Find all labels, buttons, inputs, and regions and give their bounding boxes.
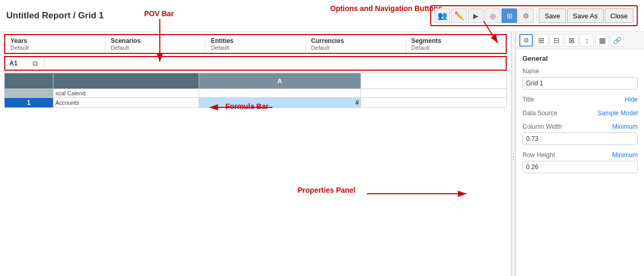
row-height-input[interactable] [522,161,638,173]
name-field: Name [522,68,638,90]
name-label-text: Name [522,68,539,75]
grid-cell[interactable] [361,98,506,108]
pov-segments-label: Segments [411,37,500,45]
grid-cell[interactable]: A [199,73,361,89]
pov-segments[interactable]: Segments Default [406,35,506,53]
panel-link-button[interactable]: 🔗 [610,34,624,47]
copy-icon[interactable]: ⧉ [30,59,40,68]
gear-button[interactable]: ⚙ [518,8,534,23]
row-height-field: Row Height Minimum [522,151,638,173]
pov-entities[interactable]: Entities Default [205,35,305,53]
toolbar-separator [536,10,537,21]
save-button[interactable]: Save [539,8,566,23]
pov-entities-value: Default [211,45,300,51]
formula-bar-annotation: Formula Bar [225,102,268,111]
pov-scenarios[interactable]: Scenarios Default [105,35,205,53]
data-source-link[interactable]: Sample Model [597,109,638,117]
expand-button[interactable]: ⊞ [501,8,517,23]
panel-grid2-button[interactable]: ⊟ [550,34,563,47]
grid-cell[interactable] [361,73,506,89]
pov-years[interactable]: Years Default [5,35,105,53]
main-content: Years Default Scenarios Default Entities… [0,32,644,276]
title-label-text: Title [522,96,534,103]
pov-bar-annotation: POV Bar [144,9,174,18]
pov-entities-label: Entities [211,37,300,45]
panel-grid4-button[interactable]: ▦ [595,34,609,47]
save-as-button[interactable]: Save As [567,8,604,23]
formula-input[interactable] [49,60,501,67]
row-height-label: Row Height Minimum [522,151,638,159]
pov-scenarios-value: Default [111,45,200,51]
panel-toolbar: ⚙ ⊞ ⊟ ⊠ ↕ ▦ 🔗 [516,32,644,49]
pov-currencies[interactable]: Currencies Default [306,35,406,53]
panel-grid1-button[interactable]: ⊞ [534,34,548,47]
data-source-label: Data Source Sample Model [522,109,638,117]
accounts-cell[interactable]: Accounts [53,98,199,108]
hash-cell[interactable]: # [199,98,361,108]
toolbar-wrapper: 👥 ✏️ ▶ ◎ ⊞ ⚙ Save Save As Close [430,5,638,26]
edit-button[interactable]: ✏️ [451,8,467,23]
header: Untitled Report / Grid 1 👥 ✏️ ▶ ◎ ⊞ ⚙ Sa… [0,0,644,32]
panel-section-title: General [522,54,638,62]
pov-years-label: Years [10,37,100,45]
close-button[interactable]: Close [605,8,634,23]
pov-segments-value: Default [411,45,500,51]
data-source-label-text: Data Source [522,109,558,117]
grid-cell[interactable] [53,73,199,89]
table-row: A [5,73,507,89]
grid-cell[interactable] [361,89,506,98]
options-nav-annotation: Options and Navigation Buttons [330,4,442,13]
column-width-input[interactable] [522,133,638,145]
column-width-label-text: Column Width [522,123,562,130]
grid-cell[interactable]: scal Calend [53,89,199,98]
column-width-field: Column Width Minimum [522,123,638,145]
grid-area: Years Default Scenarios Default Entities… [0,32,511,276]
grid-cell[interactable] [5,73,53,89]
name-input[interactable] [522,77,638,90]
pov-bar: Years Default Scenarios Default Entities… [4,34,507,54]
page-title: Untitled Report / Grid 1 [6,10,104,21]
panel-content: General Name Title Hide Data Source S [516,49,644,276]
cell-reference: A1 [9,60,28,67]
pov-years-value: Default [10,45,100,51]
title-hide-link[interactable]: Hide [625,96,638,103]
name-label: Name [522,68,638,75]
panel-gear-button[interactable]: ⚙ [519,34,533,47]
title-label: Title Hide [522,96,638,103]
pov-currencies-label: Currencies [311,37,400,45]
table-row: scal Calend [5,89,507,98]
grid-cell[interactable] [199,89,361,98]
column-width-minimum-link[interactable]: Minimum [612,123,638,130]
row-height-minimum-link[interactable]: Minimum [612,151,638,159]
pov-currencies-value: Default [311,45,400,51]
row-number-cell: 1 [5,98,53,108]
column-width-label: Column Width Minimum [522,123,638,130]
properties-panel: ⚙ ⊞ ⊟ ⊠ ↕ ▦ 🔗 General Name Title Hide [516,32,644,276]
panel-grid3-button[interactable]: ⊠ [565,34,578,47]
panel-resize-handle[interactable]: ⋮ [511,32,516,276]
formula-bar: A1 ⧉ [4,56,507,71]
title-field: Title Hide [522,96,638,103]
play-button[interactable]: ▶ [468,8,484,23]
panel-sort-button[interactable]: ↕ [580,34,594,47]
row-height-label-text: Row Height [522,151,555,159]
data-source-field: Data Source Sample Model [522,109,638,117]
formula-divider [44,58,45,69]
pov-scenarios-label: Scenarios [111,37,200,45]
toolbar: 👥 ✏️ ▶ ◎ ⊞ ⚙ Save Save As Close [430,5,638,26]
grid-cell[interactable] [5,89,53,98]
target-button[interactable]: ◎ [485,8,500,23]
properties-panel-annotation: Properties Panel [298,186,356,194]
users-button[interactable]: 👥 [434,8,450,23]
